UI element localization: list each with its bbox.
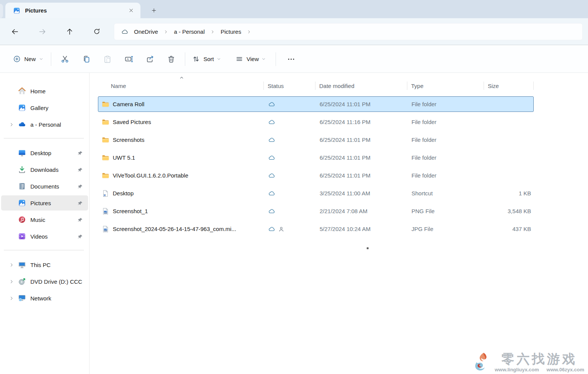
table-row[interactable]: Saved Pictures 6/25/2024 11:16 PM File f…: [98, 114, 534, 130]
table-row[interactable]: Screenshot_1 2/21/2024 7:08 AM PNG File …: [98, 203, 534, 219]
sidebar-item-music[interactable]: Music: [1, 212, 88, 227]
breadcrumb-a-personal[interactable]: a - Personal: [171, 26, 208, 37]
music-icon: [18, 215, 26, 224]
chevron-down-icon: [262, 57, 266, 61]
sidebar-item-home[interactable]: Home: [1, 83, 88, 99]
rename-icon: [125, 55, 133, 63]
rename-button[interactable]: [118, 51, 139, 68]
view-button[interactable]: View: [232, 51, 270, 68]
arrow-left-icon: [11, 28, 19, 36]
sidebar-item-pictures[interactable]: Pictures: [1, 195, 88, 211]
watermark-brand-text: 零六找游戏: [501, 352, 577, 366]
table-row[interactable]: Screenshots 6/25/2024 11:01 PM File fold…: [98, 132, 534, 148]
table-row[interactable]: ViVeTool.GUI.1.6.2.0.Portable 6/25/2024 …: [98, 168, 534, 183]
share-button[interactable]: [139, 51, 161, 68]
sidebar-item-desktop[interactable]: Desktop: [1, 145, 88, 160]
table-row[interactable]: UWT 5.1 6/25/2024 11:01 PM File folder: [98, 150, 534, 165]
breadcrumb-pictures[interactable]: Pictures: [218, 26, 244, 37]
sidebar-divider: [4, 250, 84, 250]
watermark-url-right: www.06zyx.com: [547, 367, 584, 372]
file-size: 437 KB: [484, 226, 534, 232]
copy-icon: [82, 55, 90, 63]
file-list-pane: Name Status Date modified Type Size Came…: [90, 73, 588, 374]
forward-button[interactable]: [34, 23, 50, 40]
sidebar-item-documents[interactable]: Documents: [1, 179, 88, 194]
file-date: 6/25/2024 11:01 PM: [315, 137, 407, 143]
sidebar-item-downloads[interactable]: Downloads: [1, 162, 88, 177]
file-type: File folder: [407, 119, 484, 125]
file-name: Camera Roll: [113, 101, 144, 107]
cloud-status-icon: [268, 172, 276, 179]
cut-button[interactable]: [54, 51, 76, 68]
share-icon: [146, 55, 154, 63]
paste-button[interactable]: [97, 51, 118, 68]
videos-icon: [18, 232, 26, 240]
copy-button[interactable]: [76, 51, 97, 68]
table-row[interactable]: Screenshot_2024-05-26-14-15-47-963_com.m…: [98, 221, 534, 237]
file-date: 3/25/2024 11:00 AM: [315, 190, 407, 196]
refresh-icon: [93, 28, 101, 35]
sort-button[interactable]: Sort: [188, 51, 225, 68]
this-pc-icon: [18, 261, 26, 269]
chevron-right-icon[interactable]: [5, 122, 18, 127]
pictures-tab-icon: [13, 7, 20, 14]
chevron-right-icon[interactable]: [164, 30, 168, 34]
new-tab-button[interactable]: [148, 5, 159, 16]
breadcrumb-onedrive[interactable]: OneDrive: [131, 26, 161, 37]
shortcut-icon: [102, 190, 109, 197]
sidebar-item-this-pc[interactable]: This PC: [1, 257, 88, 272]
file-name: Screenshots: [113, 137, 144, 143]
plus-circle-icon: [13, 55, 21, 63]
address-bar[interactable]: OneDrive a - Personal Pictures: [114, 23, 583, 40]
refresh-button[interactable]: [88, 23, 105, 40]
file-type: File folder: [407, 101, 484, 107]
folder-icon: [102, 172, 109, 179]
chevron-right-icon[interactable]: [5, 262, 18, 267]
close-tab-icon[interactable]: [126, 6, 136, 16]
see-more-button[interactable]: [283, 51, 300, 68]
cloud-status-icon: [268, 154, 276, 162]
arrow-up-icon: [66, 28, 74, 36]
person-status-icon: [278, 226, 285, 233]
delete-button[interactable]: [161, 51, 182, 68]
pin-icon: [74, 184, 86, 189]
file-name: Saved Pictures: [113, 119, 151, 125]
sidebar-item-a-personal[interactable]: a - Personal: [1, 117, 88, 132]
table-row[interactable]: Desktop 3/25/2024 11:00 AM Shortcut 1 KB: [98, 185, 534, 201]
dvd-drive-icon: [18, 277, 26, 286]
column-header-size[interactable]: Size: [484, 78, 534, 94]
folder-icon: [102, 136, 109, 144]
back-button[interactable]: [6, 23, 23, 40]
chevron-right-icon[interactable]: [247, 30, 251, 34]
tab-pictures[interactable]: Pictures: [5, 3, 140, 18]
sidebar-item-dvd-drive[interactable]: DVD Drive (D:) CCC: [1, 274, 88, 289]
chevron-right-icon[interactable]: [5, 296, 18, 301]
new-button[interactable]: New: [8, 51, 48, 68]
column-header-date-modified[interactable]: Date modified: [315, 78, 407, 94]
pictures-icon: [18, 199, 26, 207]
up-button[interactable]: [61, 23, 78, 40]
cloud-status-icon: [268, 225, 276, 233]
desktop-icon: [18, 149, 26, 157]
pin-icon: [74, 217, 86, 223]
column-header-status[interactable]: Status: [263, 78, 315, 94]
watermark-logo-icon: [471, 352, 492, 372]
column-headers: Name Status Date modified Type Size: [98, 78, 534, 94]
column-header-type[interactable]: Type: [407, 78, 484, 94]
sidebar-item-network[interactable]: Network: [1, 291, 88, 306]
cut-icon: [61, 55, 69, 63]
plus-icon: [151, 8, 157, 13]
image-file-icon: [102, 225, 109, 233]
sidebar-item-gallery[interactable]: Gallery: [1, 100, 88, 115]
file-date: 6/25/2024 11:01 PM: [315, 172, 407, 179]
column-header-name[interactable]: Name: [98, 78, 263, 94]
view-icon: [235, 55, 243, 63]
folder-icon: [102, 101, 109, 108]
chevron-right-icon[interactable]: [5, 279, 18, 284]
chevron-right-icon[interactable]: [210, 30, 215, 34]
chevron-down-icon: [39, 57, 43, 61]
file-type: File folder: [407, 137, 484, 143]
file-type: JPG File: [407, 226, 484, 232]
table-row[interactable]: Camera Roll 6/25/2024 11:01 PM File fold…: [98, 96, 534, 112]
sidebar-item-videos[interactable]: Videos: [1, 229, 88, 244]
